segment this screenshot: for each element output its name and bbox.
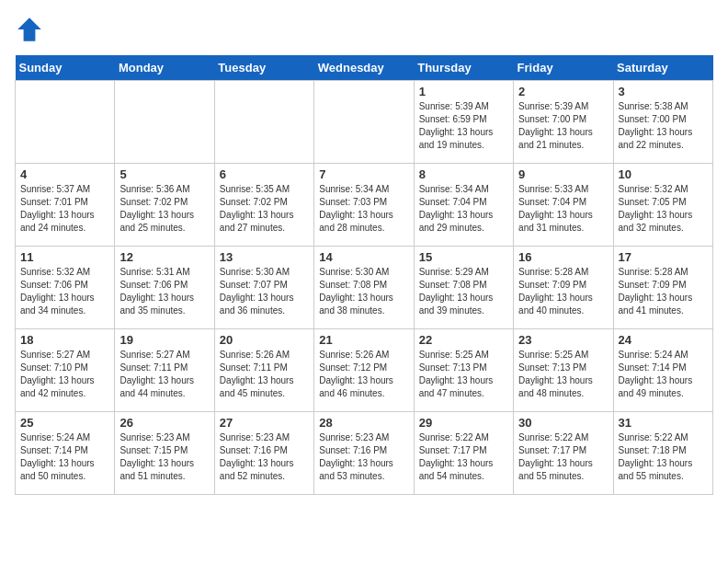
day-number: 26 <box>119 416 209 430</box>
calendar-cell: 19Sunrise: 5:27 AM Sunset: 7:11 PM Dayli… <box>115 329 214 412</box>
calendar-table: SundayMondayTuesdayWednesdayThursdayFrid… <box>15 55 713 495</box>
day-number: 30 <box>518 416 608 430</box>
cell-content: Sunrise: 5:27 AM Sunset: 7:10 PM Dayligh… <box>20 349 109 400</box>
calendar-cell: 1Sunrise: 5:39 AM Sunset: 6:59 PM Daylig… <box>414 81 513 164</box>
cell-content: Sunrise: 5:39 AM Sunset: 7:00 PM Dayligh… <box>518 100 608 152</box>
calendar-cell: 27Sunrise: 5:23 AM Sunset: 7:16 PM Dayli… <box>214 412 313 495</box>
day-header-tuesday: Tuesday <box>214 55 313 81</box>
calendar-cell: 22Sunrise: 5:25 AM Sunset: 7:13 PM Dayli… <box>414 329 513 412</box>
calendar-cell: 8Sunrise: 5:34 AM Sunset: 7:04 PM Daylig… <box>414 164 513 247</box>
cell-content: Sunrise: 5:30 AM Sunset: 7:07 PM Dayligh… <box>220 266 309 317</box>
cell-content: Sunrise: 5:36 AM Sunset: 7:02 PM Dayligh… <box>119 183 209 235</box>
calendar-cell: 30Sunrise: 5:22 AM Sunset: 7:17 PM Dayli… <box>514 412 613 495</box>
calendar-cell <box>16 81 115 164</box>
day-number: 24 <box>619 333 708 347</box>
calendar-cell: 26Sunrise: 5:23 AM Sunset: 7:15 PM Dayli… <box>115 412 214 495</box>
calendar-cell: 25Sunrise: 5:24 AM Sunset: 7:14 PM Dayli… <box>16 412 115 495</box>
calendar-cell <box>314 81 414 164</box>
day-number: 31 <box>619 416 708 430</box>
cell-content: Sunrise: 5:27 AM Sunset: 7:11 PM Dayligh… <box>119 349 209 400</box>
cell-content: Sunrise: 5:28 AM Sunset: 7:09 PM Dayligh… <box>619 266 708 317</box>
day-number: 21 <box>319 333 408 347</box>
cell-content: Sunrise: 5:22 AM Sunset: 7:17 PM Dayligh… <box>518 431 608 483</box>
cell-content: Sunrise: 5:24 AM Sunset: 7:14 PM Dayligh… <box>20 431 109 483</box>
day-header-sunday: Sunday <box>16 55 115 81</box>
day-number: 12 <box>119 250 209 264</box>
calendar-cell: 18Sunrise: 5:27 AM Sunset: 7:10 PM Dayli… <box>16 329 115 412</box>
logo <box>15 15 48 44</box>
cell-content: Sunrise: 5:33 AM Sunset: 7:04 PM Dayligh… <box>518 183 608 235</box>
cell-content: Sunrise: 5:32 AM Sunset: 7:05 PM Dayligh… <box>619 183 708 235</box>
cell-content: Sunrise: 5:23 AM Sunset: 7:16 PM Dayligh… <box>319 431 408 483</box>
cell-content: Sunrise: 5:23 AM Sunset: 7:16 PM Dayligh… <box>220 431 309 483</box>
day-number: 11 <box>20 250 109 264</box>
cell-content: Sunrise: 5:23 AM Sunset: 7:15 PM Dayligh… <box>119 431 209 483</box>
day-number: 8 <box>419 167 508 181</box>
cell-content: Sunrise: 5:34 AM Sunset: 7:04 PM Dayligh… <box>419 183 508 235</box>
day-number: 27 <box>220 416 309 430</box>
day-header-row: SundayMondayTuesdayWednesdayThursdayFrid… <box>16 55 713 81</box>
day-number: 20 <box>220 333 309 347</box>
cell-content: Sunrise: 5:30 AM Sunset: 7:08 PM Dayligh… <box>319 266 408 317</box>
day-header-monday: Monday <box>115 55 214 81</box>
cell-content: Sunrise: 5:39 AM Sunset: 6:59 PM Dayligh… <box>419 100 508 152</box>
calendar-cell: 11Sunrise: 5:32 AM Sunset: 7:06 PM Dayli… <box>16 247 115 329</box>
calendar-cell: 10Sunrise: 5:32 AM Sunset: 7:05 PM Dayli… <box>613 164 712 247</box>
cell-content: Sunrise: 5:35 AM Sunset: 7:02 PM Dayligh… <box>220 183 309 235</box>
calendar-cell: 28Sunrise: 5:23 AM Sunset: 7:16 PM Dayli… <box>314 412 414 495</box>
day-header-thursday: Thursday <box>414 55 513 81</box>
day-number: 7 <box>319 167 408 181</box>
day-number: 17 <box>619 250 708 264</box>
day-number: 9 <box>518 167 608 181</box>
calendar-cell: 4Sunrise: 5:37 AM Sunset: 7:01 PM Daylig… <box>16 164 115 247</box>
calendar-cell: 16Sunrise: 5:28 AM Sunset: 7:09 PM Dayli… <box>514 247 613 329</box>
calendar-cell: 5Sunrise: 5:36 AM Sunset: 7:02 PM Daylig… <box>115 164 214 247</box>
day-number: 5 <box>119 167 209 181</box>
day-number: 23 <box>518 333 608 347</box>
calendar-cell: 23Sunrise: 5:25 AM Sunset: 7:13 PM Dayli… <box>514 329 613 412</box>
day-number: 14 <box>319 250 408 264</box>
logo-icon <box>15 15 44 44</box>
calendar-cell: 3Sunrise: 5:38 AM Sunset: 7:00 PM Daylig… <box>613 81 712 164</box>
day-number: 13 <box>220 250 309 264</box>
day-number: 15 <box>419 250 508 264</box>
day-number: 6 <box>220 167 309 181</box>
calendar-cell: 13Sunrise: 5:30 AM Sunset: 7:07 PM Dayli… <box>214 247 313 329</box>
day-header-saturday: Saturday <box>613 55 712 81</box>
calendar-cell: 14Sunrise: 5:30 AM Sunset: 7:08 PM Dayli… <box>314 247 414 329</box>
day-number: 16 <box>518 250 608 264</box>
cell-content: Sunrise: 5:24 AM Sunset: 7:14 PM Dayligh… <box>619 349 708 400</box>
calendar-cell: 24Sunrise: 5:24 AM Sunset: 7:14 PM Dayli… <box>613 329 712 412</box>
day-header-wednesday: Wednesday <box>314 55 414 81</box>
calendar-cell: 2Sunrise: 5:39 AM Sunset: 7:00 PM Daylig… <box>514 81 613 164</box>
calendar-cell: 7Sunrise: 5:34 AM Sunset: 7:03 PM Daylig… <box>314 164 414 247</box>
day-number: 19 <box>119 333 209 347</box>
day-number: 1 <box>419 85 508 98</box>
calendar-cell: 9Sunrise: 5:33 AM Sunset: 7:04 PM Daylig… <box>514 164 613 247</box>
week-row-3: 11Sunrise: 5:32 AM Sunset: 7:06 PM Dayli… <box>16 247 713 329</box>
day-number: 3 <box>619 85 708 98</box>
calendar-cell: 29Sunrise: 5:22 AM Sunset: 7:17 PM Dayli… <box>414 412 513 495</box>
week-row-4: 18Sunrise: 5:27 AM Sunset: 7:10 PM Dayli… <box>16 329 713 412</box>
day-number: 2 <box>518 85 608 98</box>
cell-content: Sunrise: 5:37 AM Sunset: 7:01 PM Dayligh… <box>20 183 109 235</box>
cell-content: Sunrise: 5:25 AM Sunset: 7:13 PM Dayligh… <box>518 349 608 400</box>
day-number: 18 <box>20 333 109 347</box>
day-header-friday: Friday <box>514 55 613 81</box>
calendar-cell <box>115 81 214 164</box>
page-header <box>15 15 713 44</box>
cell-content: Sunrise: 5:29 AM Sunset: 7:08 PM Dayligh… <box>419 266 508 317</box>
calendar-cell: 17Sunrise: 5:28 AM Sunset: 7:09 PM Dayli… <box>613 247 712 329</box>
day-number: 22 <box>419 333 508 347</box>
calendar-cell: 31Sunrise: 5:22 AM Sunset: 7:18 PM Dayli… <box>613 412 712 495</box>
day-number: 10 <box>619 167 708 181</box>
cell-content: Sunrise: 5:28 AM Sunset: 7:09 PM Dayligh… <box>518 266 608 317</box>
svg-marker-0 <box>17 17 41 41</box>
week-row-2: 4Sunrise: 5:37 AM Sunset: 7:01 PM Daylig… <box>16 164 713 247</box>
cell-content: Sunrise: 5:26 AM Sunset: 7:12 PM Dayligh… <box>319 349 408 400</box>
cell-content: Sunrise: 5:34 AM Sunset: 7:03 PM Dayligh… <box>319 183 408 235</box>
cell-content: Sunrise: 5:25 AM Sunset: 7:13 PM Dayligh… <box>419 349 508 400</box>
cell-content: Sunrise: 5:32 AM Sunset: 7:06 PM Dayligh… <box>20 266 109 317</box>
calendar-cell: 15Sunrise: 5:29 AM Sunset: 7:08 PM Dayli… <box>414 247 513 329</box>
calendar-cell: 6Sunrise: 5:35 AM Sunset: 7:02 PM Daylig… <box>214 164 313 247</box>
